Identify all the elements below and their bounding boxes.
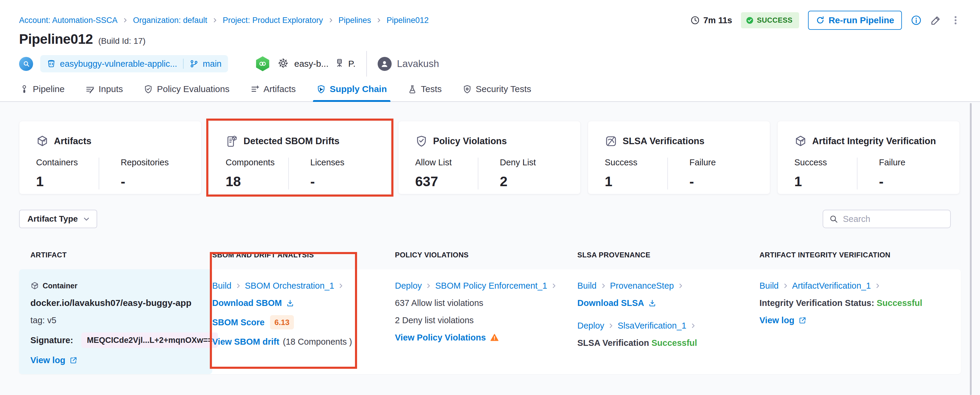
download-sbom-link[interactable]: Download SBOM [212, 298, 282, 308]
card-title: Artifacts [54, 136, 92, 147]
card-metric-label: Repositories [121, 158, 169, 167]
sbom-score-link[interactable]: SBOM Score [212, 317, 265, 327]
infrastructure-icon [334, 58, 345, 70]
integrity-status: Successful [877, 298, 922, 308]
breadcrumb-organization[interactable]: Organization: default [133, 16, 207, 25]
card-metric-value: - [879, 173, 905, 189]
stage-link[interactable]: Build [212, 281, 232, 291]
cube-icon [794, 135, 807, 148]
step-link[interactable]: ProvenanceStep [610, 281, 674, 291]
warning-icon [490, 333, 499, 342]
tab-policy-evaluations[interactable]: Policy Evaluations [143, 79, 230, 101]
breadcrumb-pipelines[interactable]: Pipelines [339, 16, 371, 25]
stage-link[interactable]: Deploy [395, 281, 422, 291]
view-sbom-drift-link[interactable]: View SBOM drift [212, 336, 279, 347]
search-input[interactable] [843, 214, 944, 224]
breadcrumb-account[interactable]: Account: Automation-SSCA [19, 16, 118, 25]
view-log-link[interactable]: View log [759, 315, 794, 325]
stage-link[interactable]: Build [759, 281, 779, 291]
stage-link[interactable]: Deploy [578, 320, 604, 331]
tab-supply-chain[interactable]: Supply Chain [316, 79, 387, 101]
trigger-name: easy-b... [294, 59, 328, 69]
tab-label: Security Tests [476, 84, 531, 94]
table-header: ARTIFACT SBOM AND DRIFT ANALYSIS POLICY … [19, 251, 961, 269]
view-log-link[interactable]: View log [30, 355, 65, 365]
card-metric-label: Containers [36, 158, 99, 167]
filter-bar: Artifact Type [19, 210, 961, 228]
tab-tests[interactable]: Tests [407, 79, 442, 101]
slsa-provenance-cell: Build ProvenanceStep Download SLSA Deplo… [578, 269, 759, 374]
refresh-icon [816, 16, 825, 25]
card-metric-label: Licenses [310, 158, 344, 167]
column-header-sbom: SBOM AND DRIFT ANALYSIS [212, 251, 395, 259]
chevron-right-icon [376, 17, 382, 23]
supply-chain-content: Artifacts Containers 1 Repositories - [0, 102, 980, 395]
clock-icon [690, 16, 700, 25]
rerun-pipeline-button[interactable]: Re-run Pipeline [808, 11, 902, 30]
slsa-icon [605, 135, 617, 148]
download-slsa-link[interactable]: Download SLSA [578, 298, 644, 308]
chevron-down-icon [82, 215, 91, 223]
download-icon[interactable] [648, 299, 656, 307]
info-icon [911, 15, 921, 25]
card-metric-label: Deny List [500, 158, 536, 167]
card-metric-value: 2 [500, 173, 536, 189]
shield-check-icon [144, 85, 153, 94]
card-title: Artifact Integrity Verification [812, 136, 936, 147]
column-header-policy: POLICY VIOLATIONS [395, 251, 578, 259]
tab-label: Policy Evaluations [157, 84, 229, 94]
artifact-type-select[interactable]: Artifact Type [19, 210, 97, 228]
step-link[interactable]: SlsaVerification_1 [617, 320, 686, 331]
tab-artifacts[interactable]: Artifacts [250, 79, 296, 101]
external-link-icon[interactable] [70, 356, 78, 364]
drift-component-count: (18 Components ) [283, 336, 352, 347]
tab-security-tests[interactable]: Security Tests [462, 79, 532, 101]
card-title: Policy Violations [433, 136, 507, 147]
chevron-right-icon [235, 283, 242, 289]
info-button[interactable] [911, 15, 921, 25]
webhook-icon [255, 56, 270, 71]
card-detected-sbom-drifts: Detected SBOM Drifts Components 18 Licen… [208, 121, 391, 194]
artifact-cell: Container docker.io/lavakush07/easy-bugg… [19, 269, 212, 374]
branch-name: main [203, 59, 221, 69]
card-metric-label: Success [605, 158, 667, 167]
card-metric-label: Failure [689, 158, 716, 167]
card-metric-value: - [121, 173, 169, 189]
search-icon [829, 214, 838, 224]
repo-branch-pill[interactable]: easybuggy-vulnerable-applic... main [40, 55, 228, 72]
search-trigger-icon [22, 60, 30, 68]
download-icon[interactable] [286, 299, 294, 307]
sbom-document-icon [226, 135, 238, 148]
edit-button[interactable] [931, 15, 941, 25]
breadcrumb-project[interactable]: Project: Product Exploratory [223, 16, 323, 25]
tab-inputs[interactable]: Inputs [85, 79, 124, 101]
sbom-drift-cell: Build SBOM Orchestration_1 Download SBOM… [212, 269, 395, 374]
breadcrumb-pipeline012[interactable]: Pipeline012 [387, 16, 429, 25]
step-link[interactable]: SBOM Orchestration_1 [245, 281, 334, 291]
card-metric-value: 637 [415, 173, 478, 189]
header: Account: Automation-SSCA Organization: d… [0, 0, 980, 102]
divider [366, 51, 367, 76]
artifact-image-name: docker.io/lavakush07/easy-buggy-app [30, 298, 191, 308]
pipeline-icon [20, 85, 29, 94]
chevron-right-icon [551, 283, 557, 289]
repo-name: easybuggy-vulnerable-applic... [60, 59, 177, 69]
cube-icon [36, 135, 49, 148]
more-options-button[interactable] [950, 15, 961, 25]
stage-link[interactable]: Build [578, 281, 597, 291]
chevron-right-icon [338, 283, 344, 289]
tab-pipeline[interactable]: Pipeline [19, 79, 65, 101]
card-metric-label: Components [226, 158, 288, 167]
step-link[interactable]: SBOM Policy Enforcement_1 [435, 281, 547, 291]
tab-label: Tests [421, 84, 442, 94]
external-link-icon[interactable] [799, 316, 807, 324]
card-slsa-verifications: SLSA Verifications Success 1 Failure - [588, 121, 770, 194]
chevron-right-icon [122, 17, 128, 23]
signature-value[interactable]: MEQCICde2Vjl...L+2+mqnOXw== [81, 332, 218, 348]
view-policy-violations-link[interactable]: View Policy Violations [395, 332, 486, 343]
page-title: Pipeline012 [19, 31, 93, 47]
step-link[interactable]: ArtifactVerification_1 [792, 281, 871, 291]
slsa-verification-status: Successful [652, 338, 697, 348]
vertical-scrollbar[interactable] [970, 103, 972, 395]
card-title: Detected SBOM Drifts [243, 136, 339, 147]
